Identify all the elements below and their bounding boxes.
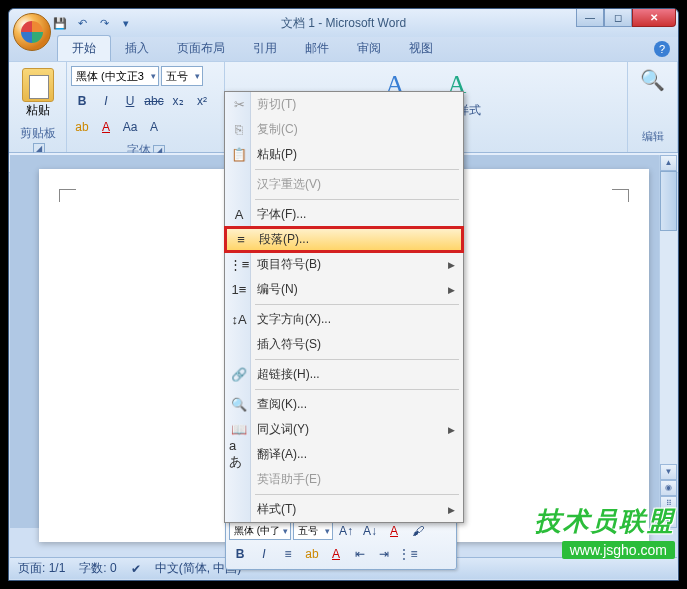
menu-item-icon: A xyxy=(229,205,249,225)
office-button[interactable] xyxy=(13,13,51,51)
scroll-thumb[interactable] xyxy=(660,171,677,231)
underline-button[interactable]: U xyxy=(119,90,141,112)
char-shading-button[interactable]: Aa xyxy=(119,116,141,138)
menu-item-label: 插入符号(S) xyxy=(257,336,321,353)
menu-item[interactable]: 🔗超链接(H)... xyxy=(225,362,463,387)
menu-item-icon: 1≡ xyxy=(229,280,249,300)
tab-layout[interactable]: 页面布局 xyxy=(163,36,239,61)
vertical-scrollbar[interactable]: ▲ ▼ ◉ ⠿ ◉ xyxy=(659,155,677,528)
mini-toolbar: 黑体 (中了 五号 A↑ A↓ A 🖌 B I ≡ ab A ⇤ ⇥ ⋮≡ xyxy=(225,515,457,570)
menu-item-label: 同义词(Y) xyxy=(257,421,309,438)
tab-review[interactable]: 审阅 xyxy=(343,36,395,61)
menu-item[interactable]: aあ翻译(A)... xyxy=(225,442,463,467)
mini-font-color-button[interactable]: A xyxy=(325,543,347,565)
mini-bold-button[interactable]: B xyxy=(229,543,251,565)
menu-item-label: 粘贴(P) xyxy=(257,146,297,163)
find-icon[interactable]: 🔍 xyxy=(640,68,665,92)
status-words[interactable]: 字数: 0 xyxy=(79,560,116,577)
redo-icon[interactable]: ↷ xyxy=(95,14,113,32)
scroll-up-icon[interactable]: ▲ xyxy=(660,155,677,171)
mini-center-button[interactable]: ≡ xyxy=(277,543,299,565)
watermark-url: www.jsgho.com xyxy=(562,541,675,559)
menu-item: ⎘复制(C) xyxy=(225,117,463,142)
menu-item-icon: ≡ xyxy=(231,230,251,250)
format-painter-button[interactable]: 🖌 xyxy=(407,520,429,542)
tab-mail[interactable]: 邮件 xyxy=(291,36,343,61)
grow-font-button[interactable]: A↑ xyxy=(335,520,357,542)
menu-item-label: 项目符号(B) xyxy=(257,256,321,273)
tab-view[interactable]: 视图 xyxy=(395,36,447,61)
menu-item-label: 查阅(K)... xyxy=(257,396,307,413)
paste-button[interactable]: 粘贴 xyxy=(13,64,62,123)
menu-separator xyxy=(255,494,459,495)
menu-separator xyxy=(255,169,459,170)
menu-item[interactable]: 🔍查阅(K)... xyxy=(225,392,463,417)
menu-item[interactable]: 📖同义词(Y)▶ xyxy=(225,417,463,442)
menu-item-icon: 📋 xyxy=(229,145,249,165)
font-size-combo[interactable]: 五号 xyxy=(161,66,203,86)
strike-button[interactable]: abc xyxy=(143,90,165,112)
menu-item-label: 编号(N) xyxy=(257,281,298,298)
menu-item[interactable]: A字体(F)... xyxy=(225,202,463,227)
bold-button[interactable]: B xyxy=(71,90,93,112)
qat-dropdown-icon[interactable]: ▾ xyxy=(117,14,135,32)
menu-item-icon: 🔗 xyxy=(229,365,249,385)
menu-item-label: 翻译(A)... xyxy=(257,446,307,463)
shrink-font-button[interactable]: A↓ xyxy=(359,520,381,542)
mini-font-combo[interactable]: 黑体 (中了 xyxy=(229,522,291,540)
char-border-button[interactable]: A xyxy=(143,116,165,138)
subscript-button[interactable]: x₂ xyxy=(167,90,189,112)
font-color-button[interactable]: A xyxy=(95,116,117,138)
menu-item-label: 剪切(T) xyxy=(257,96,296,113)
menu-item-label: 英语助手(E) xyxy=(257,471,321,488)
menu-item[interactable]: ≡段落(P)... xyxy=(224,226,464,253)
italic-button[interactable]: I xyxy=(95,90,117,112)
scroll-down-icon[interactable]: ▼ xyxy=(660,464,677,480)
maximize-button[interactable]: ◻ xyxy=(604,9,632,27)
tab-insert[interactable]: 插入 xyxy=(111,36,163,61)
menu-item-icon: ✂ xyxy=(229,95,249,115)
status-proof-icon[interactable]: ✔ xyxy=(131,562,141,576)
mini-size-combo[interactable]: 五号 xyxy=(293,522,333,540)
mini-style-button[interactable]: A xyxy=(383,520,405,542)
mini-bullets-button[interactable]: ⋮≡ xyxy=(397,543,419,565)
ribbon-tabs: 开始 插入 页面布局 引用 邮件 审阅 视图 ? xyxy=(9,37,678,61)
minimize-button[interactable]: — xyxy=(576,9,604,27)
menu-item[interactable]: 1≡编号(N)▶ xyxy=(225,277,463,302)
paste-icon xyxy=(22,68,54,102)
menu-item-label: 段落(P)... xyxy=(259,231,309,248)
highlight-button[interactable]: ab xyxy=(71,116,93,138)
mini-indent-dec-button[interactable]: ⇤ xyxy=(349,543,371,565)
tab-home[interactable]: 开始 xyxy=(57,35,111,61)
context-menu: ✂剪切(T)⎘复制(C)📋粘贴(P)汉字重选(V)A字体(F)...≡段落(P)… xyxy=(224,91,464,523)
menu-separator xyxy=(255,389,459,390)
mini-italic-button[interactable]: I xyxy=(253,543,275,565)
undo-icon[interactable]: ↶ xyxy=(73,14,91,32)
font-family-combo[interactable]: 黑体 (中文正3 xyxy=(71,66,159,86)
group-clipboard: 粘贴 剪贴板◢ xyxy=(9,62,67,152)
prev-page-icon[interactable]: ◉ xyxy=(660,480,677,496)
menu-item[interactable]: ⋮≡项目符号(B)▶ xyxy=(225,252,463,277)
menu-item-label: 汉字重选(V) xyxy=(257,176,321,193)
submenu-arrow-icon: ▶ xyxy=(448,285,455,295)
titlebar: 💾 ↶ ↷ ▾ 文档 1 - Microsoft Word — ◻ ✕ xyxy=(9,9,678,37)
status-page[interactable]: 页面: 1/1 xyxy=(18,560,65,577)
close-button[interactable]: ✕ xyxy=(632,9,676,27)
menu-item[interactable]: 插入符号(S) xyxy=(225,332,463,357)
submenu-arrow-icon: ▶ xyxy=(448,260,455,270)
help-icon[interactable]: ? xyxy=(654,41,670,57)
tab-references[interactable]: 引用 xyxy=(239,36,291,61)
mini-indent-inc-button[interactable]: ⇥ xyxy=(373,543,395,565)
menu-item[interactable]: 📋粘贴(P) xyxy=(225,142,463,167)
mini-highlight-button[interactable]: ab xyxy=(301,543,323,565)
menu-item: 英语助手(E) xyxy=(225,467,463,492)
menu-item-icon xyxy=(229,335,249,355)
superscript-button[interactable]: x² xyxy=(191,90,213,112)
window-buttons: — ◻ ✕ xyxy=(576,9,676,27)
app-window: 💾 ↶ ↷ ▾ 文档 1 - Microsoft Word — ◻ ✕ 开始 插… xyxy=(8,8,679,581)
menu-item-label: 复制(C) xyxy=(257,121,298,138)
menu-item-icon: aあ xyxy=(229,445,249,465)
menu-item[interactable]: ↕A文字方向(X)... xyxy=(225,307,463,332)
menu-item[interactable]: 样式(T)▶ xyxy=(225,497,463,522)
save-icon[interactable]: 💾 xyxy=(51,14,69,32)
